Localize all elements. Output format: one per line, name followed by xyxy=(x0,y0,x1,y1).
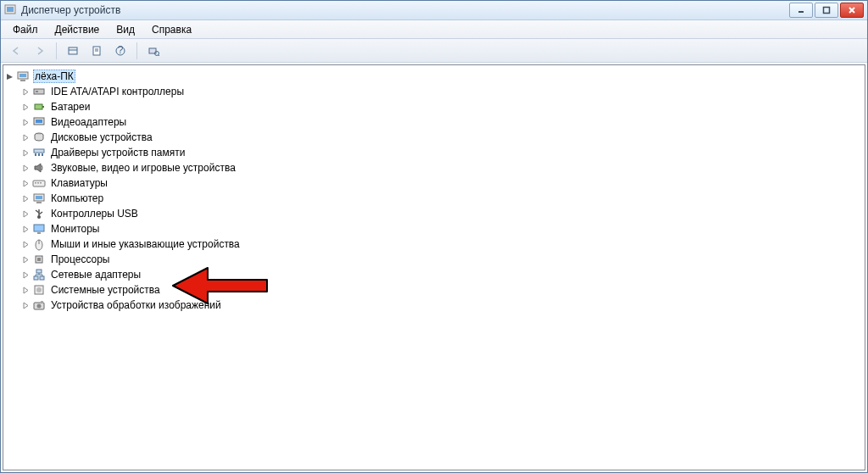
expander-icon[interactable] xyxy=(21,148,31,158)
toolbar: ? xyxy=(1,39,867,63)
tree-node[interactable]: Видеоадаптеры xyxy=(19,114,865,130)
tree-node[interactable]: Процессоры xyxy=(19,252,865,267)
svg-rect-21 xyxy=(35,104,42,109)
maximize-button[interactable] xyxy=(815,3,838,18)
tree-node-label: IDE ATA/ATAPI контроллеры xyxy=(49,86,186,97)
close-button[interactable] xyxy=(840,3,864,18)
expander-icon[interactable] xyxy=(21,301,31,310)
disk-icon xyxy=(32,131,46,144)
expander-icon[interactable] xyxy=(21,225,31,234)
expander-icon[interactable] xyxy=(21,103,31,112)
svg-point-57 xyxy=(37,304,42,309)
tree-node-label: Сетевые адаптеры xyxy=(49,269,142,281)
tree-node[interactable]: IDE ATA/ATAPI контроллеры xyxy=(19,84,865,99)
system-icon xyxy=(32,283,46,297)
properties-button[interactable] xyxy=(86,42,107,60)
show-hidden-button[interactable] xyxy=(63,42,83,60)
svg-rect-26 xyxy=(34,149,44,153)
svg-text:?: ? xyxy=(118,45,124,56)
forward-button[interactable] xyxy=(30,42,50,60)
menu-help[interactable]: Справка xyxy=(145,22,198,37)
audio-icon xyxy=(32,161,46,175)
svg-rect-17 xyxy=(19,74,26,77)
computer-icon xyxy=(16,70,30,83)
tree-node-label: Батареи xyxy=(49,101,92,113)
svg-rect-3 xyxy=(824,8,830,14)
titlebar: Диспетчер устройств xyxy=(1,1,867,20)
tree-node-label: Компьютер xyxy=(49,192,105,204)
tree-node[interactable]: Драйверы устройств памяти xyxy=(19,145,865,160)
svg-rect-49 xyxy=(40,276,44,280)
ide-icon xyxy=(32,85,46,98)
tree-node[interactable]: Мониторы xyxy=(19,221,865,236)
device-manager-window: Диспетчер устройств Файл Действие Вид Сп… xyxy=(0,0,868,473)
tree-node-label: Драйверы устройств памяти xyxy=(49,147,186,159)
expander-icon[interactable] xyxy=(21,118,31,127)
tree-node[interactable]: Контроллеры USB xyxy=(19,206,865,221)
expander-icon[interactable] xyxy=(21,270,31,280)
toolbar-separator xyxy=(56,42,57,59)
expander-icon[interactable] xyxy=(5,72,14,81)
tree-node[interactable]: Дисковые устройства xyxy=(19,130,865,145)
tree-node[interactable]: Клавиатуры xyxy=(19,175,865,191)
computer-icon xyxy=(32,192,46,205)
keyboard-icon xyxy=(32,176,46,190)
cpu-icon xyxy=(32,253,46,266)
expander-icon[interactable] xyxy=(21,87,31,97)
app-icon xyxy=(4,4,16,16)
svg-rect-46 xyxy=(37,258,41,261)
svg-rect-29 xyxy=(42,153,43,156)
tree-node[interactable]: Сетевые адаптеры xyxy=(19,267,865,282)
expander-icon[interactable] xyxy=(21,255,31,264)
tree-node-label: Устройства обработки изображений xyxy=(49,299,223,311)
tree-root[interactable]: лёха-ПК xyxy=(3,69,865,84)
svg-rect-24 xyxy=(36,120,42,123)
tree-node[interactable]: Устройства обработки изображений xyxy=(19,298,865,313)
toolbar-separator xyxy=(136,42,137,59)
svg-rect-22 xyxy=(42,106,44,108)
help-button[interactable]: ? xyxy=(110,42,131,60)
tree-node-label: Звуковые, видео и игровые устройства xyxy=(49,162,237,174)
tree-node-label: Клавиатуры xyxy=(49,177,109,189)
mouse-icon xyxy=(32,237,46,251)
expander-icon[interactable] xyxy=(21,164,31,173)
tree-node-label: Дисковые устройства xyxy=(49,131,154,143)
tree-node-label: Процессоры xyxy=(49,253,112,265)
battery-icon xyxy=(32,100,46,114)
tree-node-label: Мыши и иные указывающие устройства xyxy=(49,238,242,250)
monitor-icon xyxy=(32,222,46,236)
expander-icon[interactable] xyxy=(21,133,31,142)
svg-rect-33 xyxy=(40,182,42,184)
tree-node[interactable]: Мыши и иные указывающие устройства xyxy=(19,236,865,252)
svg-rect-36 xyxy=(36,202,42,203)
back-button[interactable] xyxy=(6,42,26,60)
minimize-button[interactable] xyxy=(789,3,813,18)
tree-node-label: Системные устройства xyxy=(49,284,162,296)
expander-icon[interactable] xyxy=(21,209,31,219)
tree-node[interactable]: Системные устройства xyxy=(19,282,865,298)
tree-panel[interactable]: лёха-ПК IDE ATA/ATAPI контроллерыБатареи… xyxy=(3,64,865,470)
menu-view[interactable]: Вид xyxy=(109,22,142,37)
tree-node[interactable]: Звуковые, видео и игровые устройства xyxy=(19,160,865,175)
expander-icon[interactable] xyxy=(21,179,31,188)
tree-node-label: Мониторы xyxy=(49,223,101,235)
svg-rect-19 xyxy=(34,89,44,94)
window-title: Диспетчер устройств xyxy=(21,4,787,16)
menubar: Файл Действие Вид Справка xyxy=(1,20,867,39)
expander-icon[interactable] xyxy=(21,194,31,203)
svg-rect-35 xyxy=(36,196,42,199)
device-tree[interactable]: лёха-ПК IDE ATA/ATAPI контроллерыБатареи… xyxy=(3,69,865,313)
svg-rect-6 xyxy=(69,47,77,54)
tree-node[interactable]: Компьютер xyxy=(19,191,865,206)
expander-icon[interactable] xyxy=(21,286,31,295)
scan-hardware-button[interactable] xyxy=(143,42,164,60)
network-icon xyxy=(32,268,46,281)
expander-icon[interactable] xyxy=(21,240,31,249)
tree-node[interactable]: Батареи xyxy=(19,99,865,114)
svg-rect-28 xyxy=(38,153,40,156)
svg-rect-27 xyxy=(35,153,36,156)
tree-node-label: Контроллеры USB xyxy=(49,208,140,220)
menu-action[interactable]: Действие xyxy=(48,22,107,37)
svg-line-15 xyxy=(159,54,160,56)
menu-file[interactable]: Файл xyxy=(6,22,45,37)
